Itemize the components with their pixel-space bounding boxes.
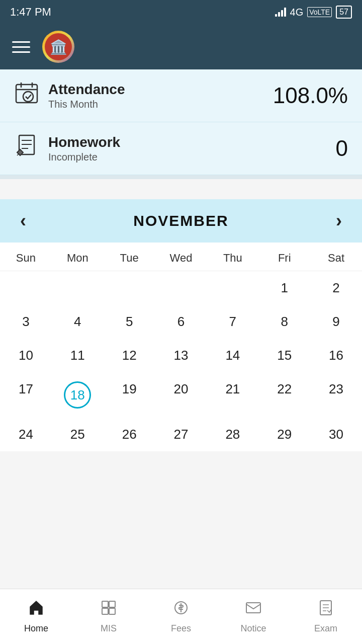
prev-month-button[interactable]: ‹ <box>14 208 32 233</box>
day-23[interactable]: 23 <box>310 372 362 418</box>
section-divider <box>0 175 362 179</box>
calendar-month-label: NOVEMBER <box>133 212 228 229</box>
next-month-button[interactable]: › <box>330 208 348 233</box>
network-type: 4G <box>290 7 304 18</box>
day-13[interactable]: 13 <box>155 339 207 372</box>
nav-notice-label: Notice <box>240 623 266 634</box>
homework-value: 0 <box>336 136 348 161</box>
day-30[interactable]: 30 <box>310 418 362 451</box>
day-21[interactable]: 21 <box>207 372 258 418</box>
day-empty-4 <box>155 271 207 305</box>
nav-exam[interactable]: Exam <box>290 599 362 634</box>
battery-indicator: 57 <box>336 6 352 19</box>
exam-icon <box>317 599 334 620</box>
attendance-icon <box>14 80 39 111</box>
day-24[interactable]: 24 <box>0 418 52 451</box>
day-header-mon: Mon <box>52 243 104 271</box>
status-indicators: 4G VoLTE 57 <box>275 6 352 19</box>
day-header-sun: Sun <box>0 243 52 271</box>
homework-info: Homework Incomplete <box>48 134 120 163</box>
app-logo: 🏛️ <box>42 31 74 63</box>
day-15[interactable]: 15 <box>258 339 310 372</box>
day-3[interactable]: 3 <box>0 305 52 339</box>
attendance-subtitle: This Month <box>48 99 125 110</box>
day-25[interactable]: 25 <box>52 418 104 451</box>
status-time: 1:47 PM <box>10 6 51 19</box>
day-header-tue: Tue <box>104 243 155 271</box>
volte-indicator: VoLTE <box>307 7 332 17</box>
mis-icon <box>100 599 117 620</box>
day-1[interactable]: 1 <box>258 271 310 305</box>
svg-rect-0 <box>16 85 37 103</box>
day-empty-3 <box>104 271 155 305</box>
attendance-value: 108.0% <box>273 83 348 108</box>
day-9[interactable]: 9 <box>310 305 362 339</box>
day-27[interactable]: 27 <box>155 418 207 451</box>
nav-home[interactable]: Home <box>0 599 72 634</box>
day-8[interactable]: 8 <box>258 305 310 339</box>
svg-rect-14 <box>109 608 115 614</box>
homework-left: Homework Incomplete <box>14 133 120 164</box>
homework-title: Homework <box>48 134 120 150</box>
notice-icon <box>245 599 262 620</box>
svg-point-4 <box>23 92 33 102</box>
nav-exam-label: Exam <box>314 623 337 634</box>
day-20[interactable]: 20 <box>155 372 207 418</box>
day-28[interactable]: 28 <box>207 418 258 451</box>
svg-rect-13 <box>102 608 108 614</box>
day-6[interactable]: 6 <box>155 305 207 339</box>
logo-icon: 🏛️ <box>45 33 72 60</box>
nav-fees[interactable]: Fees <box>145 599 217 634</box>
calendar-section: ‹ NOVEMBER › Sun Mon Tue Wed Thu Fri Sat… <box>0 199 362 451</box>
homework-icon <box>14 133 39 164</box>
homework-card[interactable]: Homework Incomplete 0 <box>0 122 362 175</box>
day-14[interactable]: 14 <box>207 339 258 372</box>
nav-home-label: Home <box>24 623 48 634</box>
attendance-info: Attendance This Month <box>48 82 125 110</box>
day-header-thu: Thu <box>207 243 258 271</box>
attendance-card[interactable]: Attendance This Month 108.0% <box>0 69 362 122</box>
day-10[interactable]: 10 <box>0 339 52 372</box>
day-17[interactable]: 17 <box>0 372 52 418</box>
day-4[interactable]: 4 <box>52 305 104 339</box>
calendar-day-headers: Sun Mon Tue Wed Thu Fri Sat 1 2 3 4 5 6 … <box>0 243 362 451</box>
svg-rect-12 <box>109 601 115 607</box>
home-icon <box>28 599 45 620</box>
hamburger-menu[interactable] <box>12 41 30 53</box>
day-empty-2 <box>52 271 104 305</box>
day-12[interactable]: 12 <box>104 339 155 372</box>
day-7[interactable]: 7 <box>207 305 258 339</box>
nav-mis[interactable]: MIS <box>72 599 145 634</box>
day-header-fri: Fri <box>258 243 310 271</box>
day-11[interactable]: 11 <box>52 339 104 372</box>
bottom-navigation: Home MIS Fees Notice <box>0 589 362 644</box>
day-16[interactable]: 16 <box>310 339 362 372</box>
day-header-wed: Wed <box>155 243 207 271</box>
day-empty-1 <box>0 271 52 305</box>
today-indicator: 18 <box>64 381 91 409</box>
day-19[interactable]: 19 <box>104 372 155 418</box>
calendar-header: ‹ NOVEMBER › <box>0 199 362 243</box>
homework-subtitle: Incomplete <box>48 151 120 163</box>
nav-fees-label: Fees <box>171 623 191 634</box>
svg-rect-16 <box>246 603 260 613</box>
day-empty-5 <box>207 271 258 305</box>
fees-icon <box>172 599 190 620</box>
nav-mis-label: MIS <box>101 623 117 634</box>
attendance-title: Attendance <box>48 82 125 98</box>
nav-notice[interactable]: Notice <box>217 599 290 634</box>
attendance-left: Attendance This Month <box>14 80 125 111</box>
day-header-sat: Sat <box>310 243 362 271</box>
app-header: 🏛️ <box>0 24 362 69</box>
svg-rect-11 <box>102 601 108 607</box>
day-5[interactable]: 5 <box>104 305 155 339</box>
day-2[interactable]: 2 <box>310 271 362 305</box>
day-29[interactable]: 29 <box>258 418 310 451</box>
day-22[interactable]: 22 <box>258 372 310 418</box>
signal-icon <box>275 8 286 17</box>
day-26[interactable]: 26 <box>104 418 155 451</box>
status-bar: 1:47 PM 4G VoLTE 57 <box>0 0 362 24</box>
day-18-today[interactable]: 18 <box>52 372 104 418</box>
